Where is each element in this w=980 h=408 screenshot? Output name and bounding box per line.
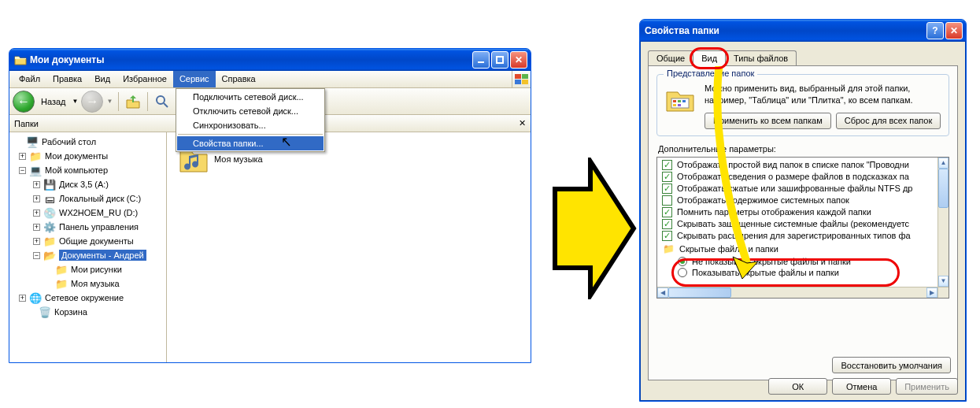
option-label: Отображать сжатые или зашифрованные файл…: [677, 184, 912, 193]
menu-help[interactable]: Справка: [216, 71, 262, 87]
option-label: Отображать содержимое системных папок: [677, 195, 849, 205]
option-checkbox[interactable]: ✓Отображать содержимое системных папок: [659, 195, 937, 206]
menu-favorites[interactable]: Избранное: [116, 71, 173, 87]
option-checkbox[interactable]: ✓Помнить параметры отображения каждой па…: [659, 206, 937, 218]
checkbox-icon[interactable]: ✓: [662, 160, 672, 170]
option-checkbox[interactable]: ✓Отображать простой вид папок в списке п…: [659, 159, 937, 171]
checkbox-icon[interactable]: ✓: [662, 184, 672, 194]
content-area[interactable]: Моя музыка: [167, 132, 531, 362]
hscroll-thumb[interactable]: [668, 287, 731, 298]
file-label: Моя музыка: [214, 154, 263, 164]
scroll-thumb[interactable]: [938, 169, 949, 208]
tree-wx[interactable]: +💿WX2HOEM_RU (D:): [9, 206, 166, 220]
tab-view-panel: Представление папок Можно применить вид,…: [648, 65, 958, 380]
option-label: Помнить параметры отображения каждой пап…: [677, 207, 871, 217]
tree-network[interactable]: +🌐Сетевое окружение: [9, 291, 166, 305]
minimize-button[interactable]: [472, 51, 490, 69]
close-pane-icon[interactable]: ✕: [519, 118, 526, 128]
back-button[interactable]: ←: [13, 91, 35, 113]
option-checkbox[interactable]: ✓Отображать сжатые или зашифрованные фай…: [659, 183, 937, 195]
back-dropdown-icon[interactable]: ▼: [72, 98, 79, 105]
checkbox-icon[interactable]: ✓: [662, 207, 672, 217]
tab-file-types[interactable]: Типы файлов: [725, 50, 797, 65]
menu-edit[interactable]: Правка: [46, 71, 88, 87]
tree-user-docs[interactable]: −📂Документы - Андрей: [9, 248, 166, 262]
apply-to-all-button[interactable]: Применить ко всем папкам: [704, 113, 831, 129]
apply-button[interactable]: Применить: [896, 378, 958, 395]
search-button[interactable]: [153, 93, 171, 110]
restore-defaults-button[interactable]: Восстановить умолчания: [832, 357, 951, 373]
option-radio[interactable]: Показывать скрытые файлы и папки: [659, 267, 937, 278]
scroll-left-icon[interactable]: ◀: [657, 287, 668, 298]
dialog-buttons: ОК Отмена Применить: [768, 378, 958, 395]
ok-button[interactable]: ОК: [768, 378, 827, 395]
folder-tree[interactable]: 🖥️Рабочий стол +📁Мои документы −💻Мой ком…: [9, 132, 167, 362]
explorer-title: Мои документы: [30, 54, 104, 65]
vertical-scrollbar[interactable]: ▲ ▼: [937, 158, 949, 287]
tab-strip: Общие Вид Типы файлов: [648, 48, 958, 65]
svg-rect-4: [515, 80, 521, 84]
svg-rect-2: [515, 74, 521, 79]
toolbar-separator: [118, 92, 119, 111]
radio-icon[interactable]: [678, 257, 687, 266]
back-label: Назад: [41, 97, 66, 106]
forward-dropdown-icon[interactable]: ▼: [106, 98, 113, 105]
option-checkbox[interactable]: ✓Скрывать защищенные системные файлы (ре…: [659, 218, 937, 230]
group-folder-views: Представление папок Можно применить вид,…: [656, 74, 949, 136]
menu-item-disconnect-drive[interactable]: Отключить сетевой диск...: [177, 104, 324, 118]
tree-control-panel[interactable]: +⚙️Панель управления: [9, 220, 166, 234]
toolbar-separator: [147, 92, 148, 111]
option-checkbox[interactable]: ✓Отображать сведения о размере файлов в …: [659, 171, 937, 183]
svg-line-7: [164, 103, 168, 107]
checkbox-icon[interactable]: ✓: [662, 172, 672, 182]
tree-my-docs[interactable]: +📁Мои документы: [9, 149, 166, 163]
tab-view[interactable]: Вид: [693, 50, 726, 66]
maximize-button[interactable]: [491, 51, 508, 69]
scroll-down-icon[interactable]: ▼: [938, 276, 949, 287]
advanced-options-list[interactable]: ✓Отображать простой вид папок в списке п…: [656, 157, 949, 299]
tree-local-disk[interactable]: +🖴Локальный диск (C:): [9, 191, 166, 206]
menu-file[interactable]: Файл: [13, 71, 46, 87]
menu-tools[interactable]: Сервис: [173, 71, 216, 87]
tree-shared-docs[interactable]: +📁Общие документы: [9, 234, 166, 248]
svg-rect-5: [522, 80, 528, 84]
tree-floppy[interactable]: +💾Диск 3,5 (A:): [9, 177, 166, 191]
checkbox-icon[interactable]: ✓: [662, 219, 672, 229]
menu-view[interactable]: Вид: [88, 71, 116, 87]
menu-item-sync[interactable]: Синхронизовать...: [177, 118, 324, 132]
svg-rect-8: [671, 98, 689, 108]
radio-icon[interactable]: [678, 268, 687, 277]
help-button[interactable]: ?: [926, 22, 944, 39]
tab-general[interactable]: Общие: [648, 50, 693, 65]
option-radio[interactable]: Не показывать скрытые файлы и папки: [659, 256, 937, 267]
scroll-corner: [937, 287, 949, 298]
cancel-button[interactable]: Отмена: [832, 378, 891, 395]
close-button[interactable]: ✕: [510, 51, 527, 69]
option-label: Скрывать защищенные системные файлы (рек…: [677, 219, 909, 228]
checkbox-icon[interactable]: ✓: [662, 231, 672, 241]
tree-my-music[interactable]: 📁Моя музыка: [9, 276, 166, 291]
reset-all-button[interactable]: Сброс для всех папок: [836, 113, 941, 129]
dialog-close-button[interactable]: ✕: [945, 22, 963, 39]
tree-desktop[interactable]: 🖥️Рабочий стол: [9, 135, 166, 149]
option-label: Отображать простой вид папок в списке па…: [677, 160, 909, 169]
dialog-title: Свойства папки: [645, 25, 719, 36]
svg-rect-10: [678, 100, 681, 102]
horizontal-scrollbar[interactable]: ◀ ▶: [657, 287, 937, 298]
menu-bar: Файл Правка Вид Избранное Сервис Справка…: [9, 71, 531, 88]
scroll-right-icon[interactable]: ▶: [926, 287, 937, 298]
up-button[interactable]: [124, 93, 142, 110]
menu-item-folder-options[interactable]: Свойства папки...: [177, 136, 324, 150]
menu-item-map-drive[interactable]: Подключить сетевой диск...: [177, 90, 324, 104]
windows-flag-icon: [512, 71, 531, 87]
tree-my-pictures[interactable]: 📁Мои рисунки: [9, 262, 166, 276]
explorer-titlebar: Мои документы ✕: [9, 49, 531, 71]
scroll-up-icon[interactable]: ▲: [938, 158, 949, 169]
option-checkbox[interactable]: ✓Скрывать расширения для зарегистрирован…: [659, 230, 937, 242]
svg-rect-1: [497, 57, 503, 63]
tree-my-computer[interactable]: −💻Мой компьютер: [9, 163, 166, 177]
menu-separator: [178, 134, 323, 135]
checkbox-icon[interactable]: ✓: [662, 195, 672, 206]
option-label: Скрытые файлы и папки: [679, 244, 778, 254]
tree-recycle[interactable]: 🗑️Корзина: [9, 305, 166, 319]
